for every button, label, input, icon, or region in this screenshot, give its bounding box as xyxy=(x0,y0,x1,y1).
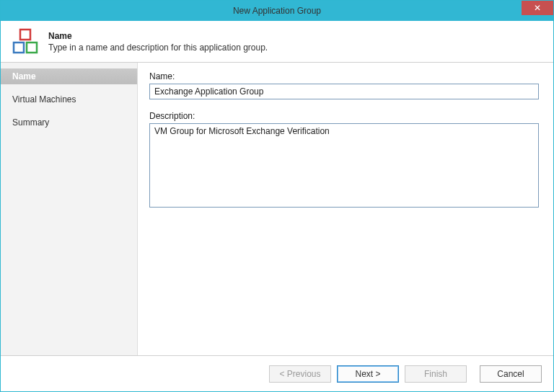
wizard-sidebar: Name Virtual Machines Summary xyxy=(1,63,138,355)
description-input[interactable] xyxy=(149,123,539,208)
header-text: Name Type in a name and description for … xyxy=(48,31,268,53)
sidebar-item-summary[interactable]: Summary xyxy=(1,115,137,130)
svg-rect-1 xyxy=(14,43,24,53)
titlebar: New Application Group ✕ xyxy=(1,1,553,21)
app-group-icon xyxy=(11,27,40,56)
close-icon: ✕ xyxy=(534,4,541,12)
wizard-header: Name Type in a name and description for … xyxy=(1,21,553,63)
previous-button: < Previous xyxy=(269,365,331,383)
header-subtitle: Type in a name and description for this … xyxy=(48,43,268,53)
finish-button: Finish xyxy=(405,365,467,383)
sidebar-item-label: Virtual Machines xyxy=(12,94,76,104)
header-title: Name xyxy=(48,31,268,41)
name-label: Name: xyxy=(149,71,539,81)
sidebar-item-label: Name xyxy=(12,71,36,81)
cancel-button[interactable]: Cancel xyxy=(480,365,542,383)
sidebar-item-name[interactable]: Name xyxy=(1,68,137,84)
window-title: New Application Group xyxy=(233,6,321,16)
dialog-window: New Application Group ✕ Name Type in a n… xyxy=(0,0,554,392)
sidebar-item-virtual-machines[interactable]: Virtual Machines xyxy=(1,92,137,107)
svg-rect-2 xyxy=(27,43,37,53)
svg-rect-0 xyxy=(20,30,30,40)
wizard-body: Name Virtual Machines Summary Name: Desc… xyxy=(1,63,553,355)
description-label: Description: xyxy=(149,111,539,121)
next-button[interactable]: Next > xyxy=(337,365,399,383)
wizard-content: Name: Description: xyxy=(138,63,553,355)
name-input[interactable] xyxy=(149,84,539,99)
close-button[interactable]: ✕ xyxy=(522,1,553,15)
sidebar-item-label: Summary xyxy=(12,117,49,128)
wizard-footer: < Previous Next > Finish Cancel xyxy=(1,355,553,391)
